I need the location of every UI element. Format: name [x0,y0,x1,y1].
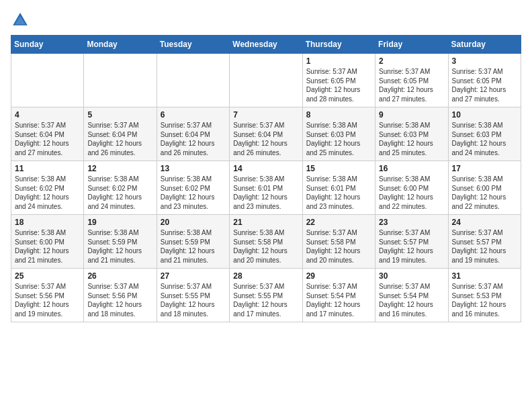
day-number: 17 [452,164,517,173]
calendar-cell: 27Sunrise: 5:37 AM Sunset: 5:55 PM Dayli… [157,269,229,322]
calendar-cell: 30Sunrise: 5:37 AM Sunset: 5:54 PM Dayli… [375,269,448,322]
day-info: Sunrise: 5:37 AM Sunset: 5:54 PM Dayligh… [379,282,444,318]
day-number: 6 [161,110,226,120]
weekday-header: Tuesday [157,36,229,54]
day-number: 23 [379,218,444,227]
calendar-cell: 15Sunrise: 5:38 AM Sunset: 6:01 PM Dayli… [302,161,375,215]
day-info: Sunrise: 5:37 AM Sunset: 5:55 PM Dayligh… [161,282,226,318]
calendar-cell: 11Sunrise: 5:38 AM Sunset: 6:02 PM Dayli… [11,161,84,215]
weekday-header-row: SundayMondayTuesdayWednesdayThursdayFrid… [11,36,521,54]
calendar-week-row: 4Sunrise: 5:37 AM Sunset: 6:04 PM Daylig… [11,107,521,161]
weekday-header: Wednesday [230,36,302,54]
day-info: Sunrise: 5:38 AM Sunset: 6:00 PM Dayligh… [379,175,444,211]
day-info: Sunrise: 5:38 AM Sunset: 6:02 PM Dayligh… [15,175,80,211]
day-number: 11 [15,164,80,173]
day-number: 25 [15,271,80,281]
day-number: 2 [379,56,444,66]
day-number: 28 [233,271,298,281]
calendar-cell [157,54,229,107]
calendar-cell: 24Sunrise: 5:37 AM Sunset: 5:57 PM Dayli… [448,215,521,269]
calendar-cell: 10Sunrise: 5:38 AM Sunset: 6:03 PM Dayli… [448,107,521,161]
day-number: 24 [452,218,517,227]
day-number: 21 [233,218,298,227]
day-info: Sunrise: 5:37 AM Sunset: 6:04 PM Dayligh… [161,121,226,157]
day-info: Sunrise: 5:38 AM Sunset: 6:03 PM Dayligh… [452,121,517,157]
calendar-cell [230,54,302,107]
calendar-cell: 22Sunrise: 5:37 AM Sunset: 5:58 PM Dayli… [302,215,375,269]
weekday-header: Thursday [302,36,375,54]
day-number: 31 [452,271,517,281]
calendar-week-row: 25Sunrise: 5:37 AM Sunset: 5:56 PM Dayli… [11,269,521,322]
calendar-cell: 4Sunrise: 5:37 AM Sunset: 6:04 PM Daylig… [11,107,84,161]
calendar-cell: 7Sunrise: 5:37 AM Sunset: 6:04 PM Daylig… [230,107,302,161]
weekday-header: Friday [375,36,448,54]
day-number: 8 [306,110,371,120]
day-number: 22 [306,218,371,227]
calendar-cell: 25Sunrise: 5:37 AM Sunset: 5:56 PM Dayli… [11,269,84,322]
calendar-cell: 5Sunrise: 5:37 AM Sunset: 6:04 PM Daylig… [84,107,157,161]
day-info: Sunrise: 5:37 AM Sunset: 5:53 PM Dayligh… [452,282,517,318]
day-info: Sunrise: 5:37 AM Sunset: 5:54 PM Dayligh… [306,282,371,318]
calendar-cell: 3Sunrise: 5:37 AM Sunset: 6:05 PM Daylig… [448,54,521,107]
day-info: Sunrise: 5:38 AM Sunset: 6:01 PM Dayligh… [233,175,298,211]
calendar-cell: 14Sunrise: 5:38 AM Sunset: 6:01 PM Dayli… [230,161,302,215]
weekday-header: Sunday [11,36,84,54]
day-number: 16 [379,164,444,173]
day-info: Sunrise: 5:38 AM Sunset: 6:03 PM Dayligh… [379,121,444,157]
day-info: Sunrise: 5:38 AM Sunset: 5:58 PM Dayligh… [233,228,298,265]
day-number: 20 [161,218,226,227]
weekday-header: Saturday [448,36,521,54]
calendar-cell: 17Sunrise: 5:38 AM Sunset: 6:00 PM Dayli… [448,161,521,215]
day-info: Sunrise: 5:38 AM Sunset: 6:01 PM Dayligh… [306,175,371,211]
day-info: Sunrise: 5:38 AM Sunset: 6:00 PM Dayligh… [15,228,80,265]
day-info: Sunrise: 5:37 AM Sunset: 6:04 PM Dayligh… [15,121,80,157]
day-number: 10 [452,110,517,120]
day-number: 9 [379,110,444,120]
calendar-cell: 29Sunrise: 5:37 AM Sunset: 5:54 PM Dayli… [302,269,375,322]
day-number: 29 [306,271,371,281]
day-number: 27 [161,271,226,281]
day-info: Sunrise: 5:37 AM Sunset: 5:57 PM Dayligh… [379,228,444,265]
day-number: 15 [306,164,371,173]
day-info: Sunrise: 5:37 AM Sunset: 5:56 PM Dayligh… [15,282,80,318]
calendar-cell: 26Sunrise: 5:37 AM Sunset: 5:56 PM Dayli… [84,269,157,322]
day-info: Sunrise: 5:37 AM Sunset: 5:55 PM Dayligh… [233,282,298,318]
calendar-cell: 19Sunrise: 5:38 AM Sunset: 5:59 PM Dayli… [84,215,157,269]
calendar-cell: 8Sunrise: 5:38 AM Sunset: 6:03 PM Daylig… [302,107,375,161]
calendar-cell: 1Sunrise: 5:37 AM Sunset: 6:05 PM Daylig… [302,54,375,107]
calendar-table: SundayMondayTuesdayWednesdayThursdayFrid… [11,35,521,322]
day-info: Sunrise: 5:38 AM Sunset: 5:59 PM Dayligh… [87,228,152,265]
day-number: 19 [87,218,152,227]
calendar-week-row: 18Sunrise: 5:38 AM Sunset: 6:00 PM Dayli… [11,215,521,269]
day-info: Sunrise: 5:37 AM Sunset: 6:05 PM Dayligh… [379,67,444,103]
day-info: Sunrise: 5:37 AM Sunset: 6:05 PM Dayligh… [306,67,371,103]
day-info: Sunrise: 5:37 AM Sunset: 5:56 PM Dayligh… [87,282,152,318]
calendar-cell: 2Sunrise: 5:37 AM Sunset: 6:05 PM Daylig… [375,54,448,107]
calendar-cell [84,54,157,107]
calendar-cell: 6Sunrise: 5:37 AM Sunset: 6:04 PM Daylig… [157,107,229,161]
day-number: 13 [161,164,226,173]
calendar-week-row: 1Sunrise: 5:37 AM Sunset: 6:05 PM Daylig… [11,54,521,107]
day-info: Sunrise: 5:38 AM Sunset: 6:02 PM Dayligh… [87,175,152,211]
calendar-cell: 18Sunrise: 5:38 AM Sunset: 6:00 PM Dayli… [11,215,84,269]
day-number: 5 [87,110,152,120]
page-header [11,11,521,30]
day-number: 26 [87,271,152,281]
day-number: 30 [379,271,444,281]
calendar-week-row: 11Sunrise: 5:38 AM Sunset: 6:02 PM Dayli… [11,161,521,215]
calendar-cell: 9Sunrise: 5:38 AM Sunset: 6:03 PM Daylig… [375,107,448,161]
calendar-cell: 12Sunrise: 5:38 AM Sunset: 6:02 PM Dayli… [84,161,157,215]
calendar-cell: 21Sunrise: 5:38 AM Sunset: 5:58 PM Dayli… [230,215,302,269]
calendar-cell: 20Sunrise: 5:38 AM Sunset: 5:59 PM Dayli… [157,215,229,269]
day-number: 12 [87,164,152,173]
day-info: Sunrise: 5:37 AM Sunset: 6:04 PM Dayligh… [87,121,152,157]
calendar-cell: 28Sunrise: 5:37 AM Sunset: 5:55 PM Dayli… [230,269,302,322]
calendar-cell: 16Sunrise: 5:38 AM Sunset: 6:00 PM Dayli… [375,161,448,215]
day-number: 18 [15,218,80,227]
calendar-cell: 31Sunrise: 5:37 AM Sunset: 5:53 PM Dayli… [448,269,521,322]
logo [11,11,32,30]
day-number: 3 [452,56,517,66]
day-info: Sunrise: 5:37 AM Sunset: 6:04 PM Dayligh… [233,121,298,157]
day-number: 7 [233,110,298,120]
day-number: 1 [306,56,371,66]
